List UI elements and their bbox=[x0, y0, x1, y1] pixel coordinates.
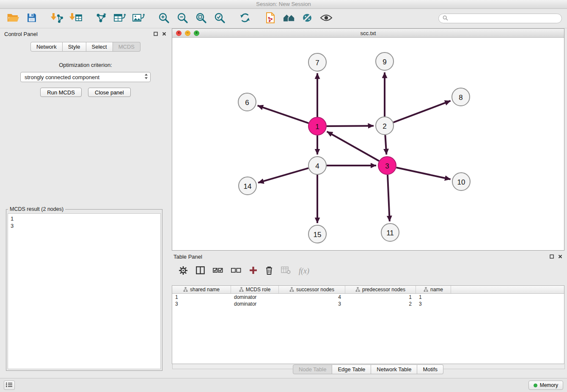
select-all-button[interactable] bbox=[213, 268, 223, 274]
svg-text:3: 3 bbox=[385, 162, 389, 170]
control-panel: Control Panel NetworkStyleSelectMCDS Opt… bbox=[3, 30, 168, 373]
zoom-fit-button[interactable] bbox=[193, 11, 209, 27]
graph-node-15[interactable]: 15 bbox=[308, 225, 326, 243]
column-visibility-button[interactable] bbox=[196, 266, 205, 276]
apply-style-button[interactable] bbox=[300, 11, 316, 27]
graph-edge-1-6[interactable] bbox=[258, 105, 309, 123]
control-panel-close-button[interactable] bbox=[162, 31, 167, 36]
zoom-selected-button[interactable] bbox=[212, 11, 228, 27]
criterion-select[interactable]: strongly connected component bbox=[20, 72, 151, 82]
column-header-label: successor nodes bbox=[296, 287, 334, 293]
memory-label: Memory bbox=[540, 382, 558, 388]
table-tab-node-table[interactable]: Node Table bbox=[293, 364, 333, 374]
delete-row-button[interactable] bbox=[265, 266, 273, 276]
table-cell: 3 bbox=[416, 301, 451, 307]
list-icon bbox=[6, 382, 13, 389]
graph-edge-4-14[interactable] bbox=[258, 168, 308, 183]
delete-table-button[interactable] bbox=[281, 266, 291, 276]
table-panel-float-button[interactable] bbox=[549, 254, 554, 259]
zoom-window-icon[interactable]: + bbox=[194, 30, 199, 36]
add-row-button[interactable] bbox=[249, 266, 257, 276]
table-cell: 1 bbox=[172, 294, 231, 300]
graph-edge-2-3[interactable] bbox=[385, 135, 386, 155]
export-image-button[interactable] bbox=[130, 11, 146, 27]
graph-edge-3-11[interactable] bbox=[388, 175, 390, 221]
memory-button[interactable]: Memory bbox=[528, 381, 563, 390]
show-hide-graphics-button[interactable] bbox=[318, 11, 334, 27]
open-session-button[interactable] bbox=[5, 11, 21, 27]
network-canvas[interactable]: 7968124314101511 bbox=[172, 38, 564, 250]
column-header-name[interactable]: name bbox=[416, 286, 451, 293]
control-panel-float-button[interactable] bbox=[153, 31, 158, 36]
open-network-file-button[interactable] bbox=[262, 11, 278, 27]
graph-node-8[interactable]: 8 bbox=[452, 88, 470, 106]
tab-select[interactable]: Select bbox=[86, 42, 113, 52]
zoom-in-button[interactable] bbox=[156, 11, 172, 27]
table-cell: dominator bbox=[231, 301, 279, 307]
function-builder-button[interactable]: f(x) bbox=[299, 267, 309, 276]
table-cell: dominator bbox=[231, 294, 279, 300]
graph-edge-3-1[interactable] bbox=[327, 132, 379, 161]
minimize-window-icon[interactable]: − bbox=[185, 30, 190, 36]
search-input[interactable] bbox=[450, 15, 558, 22]
table-row[interactable]: 1dominator411 bbox=[172, 294, 564, 301]
show-all-networks-button[interactable] bbox=[281, 11, 297, 27]
sort-column-icon bbox=[289, 287, 294, 292]
tab-mcds[interactable]: MCDS bbox=[113, 42, 140, 52]
criterion-selected-value: strongly connected component bbox=[25, 74, 144, 80]
column-header-MCDS-role[interactable]: MCDS role bbox=[231, 286, 279, 293]
table-panel-tabs: Node TableEdge TableNetwork TableMotifs bbox=[172, 364, 564, 374]
import-network-from-file-button[interactable] bbox=[49, 11, 65, 27]
close-panel-button[interactable]: Close panel bbox=[88, 88, 131, 97]
toolbar-group-misc bbox=[262, 11, 334, 27]
graph-node-11[interactable]: 11 bbox=[381, 224, 399, 241]
column-header-successor-nodes[interactable]: successor nodes bbox=[279, 286, 345, 293]
gear-icon bbox=[179, 266, 188, 276]
table-body: 1dominator4113dominator323 bbox=[172, 294, 564, 307]
graph-node-1[interactable]: 1 bbox=[308, 117, 326, 135]
import-table-from-file-button[interactable] bbox=[68, 11, 84, 27]
svg-text:4: 4 bbox=[315, 162, 319, 170]
tab-style[interactable]: Style bbox=[63, 42, 86, 52]
graph-node-3[interactable]: 3 bbox=[378, 157, 396, 174]
graph-edge-3-10[interactable] bbox=[396, 168, 451, 179]
graph-edge-2-8[interactable] bbox=[394, 101, 451, 122]
table-panel-close-button[interactable] bbox=[558, 254, 563, 259]
graph-node-4[interactable]: 4 bbox=[308, 157, 326, 174]
save-session-button[interactable] bbox=[24, 11, 40, 27]
tab-network[interactable]: Network bbox=[30, 42, 63, 52]
sort-column-icon bbox=[183, 287, 188, 292]
import-network-icon bbox=[50, 12, 64, 25]
new-network-button[interactable] bbox=[93, 11, 109, 27]
sort-column-icon bbox=[355, 287, 360, 292]
table-tab-motifs[interactable]: Motifs bbox=[417, 364, 443, 374]
table-tab-network-table[interactable]: Network Table bbox=[371, 364, 417, 374]
close-window-icon[interactable]: × bbox=[176, 30, 182, 36]
task-history-button[interactable] bbox=[4, 381, 15, 390]
save-floppy-icon bbox=[26, 12, 37, 25]
table-settings-button[interactable] bbox=[179, 266, 188, 276]
graph-node-10[interactable]: 10 bbox=[452, 173, 470, 190]
graph-node-2[interactable]: 2 bbox=[376, 117, 394, 135]
sort-column-icon bbox=[424, 287, 428, 292]
export-table-button[interactable] bbox=[112, 11, 128, 27]
column-header-shared-name[interactable]: shared name bbox=[172, 286, 231, 293]
checked-boxes-icon bbox=[213, 268, 223, 274]
graph-node-7[interactable]: 7 bbox=[308, 53, 326, 71]
run-mcds-button[interactable]: Run MCDS bbox=[40, 88, 82, 97]
graph-node-14[interactable]: 14 bbox=[239, 177, 256, 195]
graph-edge-1-2[interactable] bbox=[327, 126, 374, 126]
svg-text:11: 11 bbox=[386, 229, 394, 237]
graph-node-9[interactable]: 9 bbox=[376, 52, 394, 70]
graph-node-6[interactable]: 6 bbox=[238, 93, 256, 111]
unselect-all-button[interactable] bbox=[231, 268, 241, 274]
refresh-network-button[interactable] bbox=[237, 11, 253, 27]
network-window-titlebar[interactable]: × − + scc.txt bbox=[172, 29, 564, 38]
column-header-predecessor-nodes[interactable]: predecessor nodes bbox=[345, 286, 416, 293]
document-network-icon bbox=[265, 12, 276, 25]
table-row[interactable]: 3dominator323 bbox=[172, 301, 564, 307]
table-tab-edge-table[interactable]: Edge Table bbox=[332, 364, 371, 374]
svg-text:9: 9 bbox=[383, 58, 386, 66]
zoom-fit-icon bbox=[195, 12, 207, 25]
zoom-out-button[interactable] bbox=[174, 11, 190, 27]
